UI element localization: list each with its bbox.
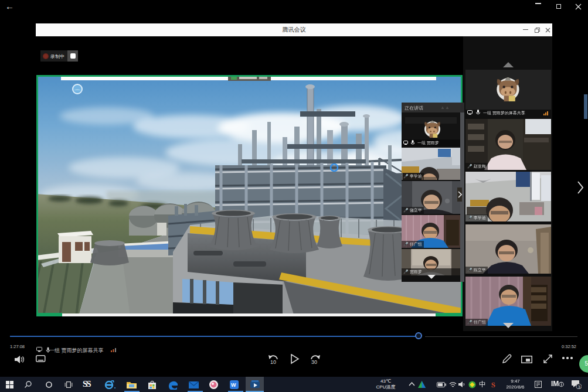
svg-text:3: 3 [578, 384, 581, 390]
svg-text:30: 30 [311, 359, 317, 365]
svg-text:S: S [491, 380, 495, 388]
svg-text:10: 10 [270, 359, 276, 365]
svg-text:W: W [231, 382, 236, 388]
